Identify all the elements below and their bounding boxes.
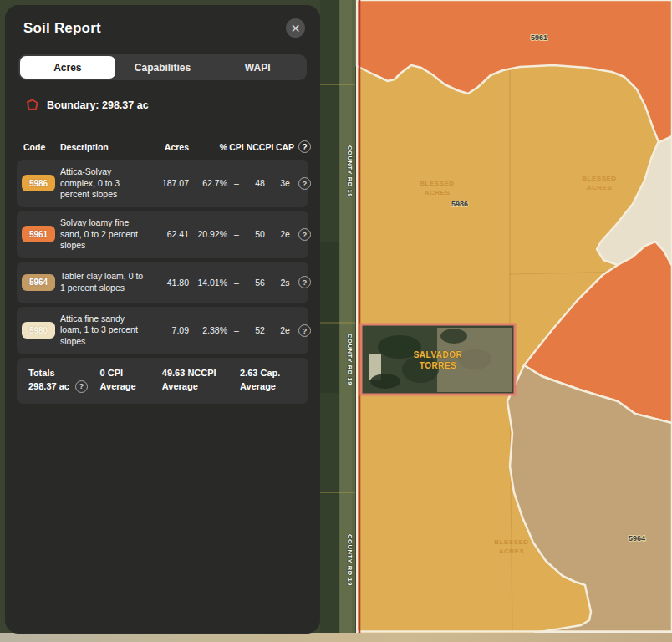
nccpi-value: 50: [246, 229, 274, 239]
table-row: 5986 Attica-Solvay complex, 0 to 3 perce…: [17, 160, 308, 207]
row-help-icon[interactable]: ?: [298, 177, 311, 190]
acres-value: 7.09: [150, 325, 189, 335]
totals-nccpi: 49.63 NCCPI Average: [162, 366, 235, 394]
svg-text:ACRES: ACRES: [425, 189, 451, 196]
map-bottom-road: [0, 633, 672, 642]
panel-header: Soil Report ✕: [15, 17, 310, 38]
percent-value: 62.7%: [189, 178, 227, 188]
soil-description: Attica fine sandy loam, 1 to 3 percent s…: [60, 313, 150, 348]
close-button[interactable]: ✕: [286, 18, 305, 38]
percent-value: 2.38%: [189, 325, 227, 335]
acres-value: 62.41: [150, 229, 189, 239]
boundary-label: Boundary: 298.37 ac: [47, 99, 149, 111]
soil-code-badge: 5986: [22, 175, 55, 191]
cap-value: 2e: [274, 325, 296, 335]
col-header-code: Code: [18, 142, 60, 152]
svg-text:ACRES: ACRES: [587, 184, 613, 191]
soil-code-label-5986: 5986: [451, 200, 468, 208]
col-header-acres: Acres: [150, 142, 189, 152]
cap-value: 3e: [274, 178, 296, 188]
svg-text:COUNTY RD 19: COUNTY RD 19: [346, 534, 354, 586]
cpi-value: –: [227, 278, 246, 288]
soil-code-badge: 5964: [22, 274, 55, 291]
row-help-icon[interactable]: ?: [298, 228, 311, 241]
row-help-icon[interactable]: ?: [298, 324, 311, 337]
tab-capabilities[interactable]: Capabilities: [115, 56, 211, 79]
soil-table-header: Code Description Acres % CPI NCCPI CAP ?: [17, 140, 310, 153]
table-row: 5964 Tabler clay loam, 0 to 1 percent sl…: [17, 262, 308, 303]
nccpi-value: 48: [246, 178, 274, 188]
percent-value: 14.01%: [189, 278, 227, 288]
col-header-description: Description: [60, 142, 150, 152]
cpi-value: –: [227, 325, 246, 335]
table-row: 5980 Attica fine sandy loam, 1 to 3 perc…: [17, 307, 308, 354]
cap-value: 2e: [274, 229, 296, 239]
table-help-icon[interactable]: ?: [298, 140, 311, 153]
totals-acres: Totals 298.37 ac ?: [28, 366, 95, 394]
cpi-value: –: [227, 178, 246, 188]
col-header-cap: CAP: [274, 142, 296, 152]
soil-report-panel: Soil Report ✕ Acres Capabilities WAPI Bo…: [5, 5, 320, 634]
soil-code-label-5964: 5964: [629, 534, 645, 543]
report-tabs: Acres Capabilities WAPI: [18, 54, 307, 80]
svg-text:BLESSED: BLESSED: [420, 180, 454, 187]
svg-text:ACRES: ACRES: [499, 548, 525, 555]
acres-value: 187.07: [150, 178, 189, 188]
totals-help-icon[interactable]: ?: [75, 380, 88, 393]
parcel-owner-label-line1: SALVADOR: [414, 350, 463, 359]
col-header-cpi: CPI: [227, 142, 246, 152]
soil-code-badge: 5961: [22, 226, 55, 242]
totals-cap: 2.63 Cap. Average: [240, 366, 300, 394]
percent-value: 20.92%: [189, 229, 227, 239]
soil-table-body: 5986 Attica-Solvay complex, 0 to 3 perce…: [15, 160, 310, 354]
soil-description: Solvay loamy fine sand, 0 to 2 percent s…: [60, 217, 150, 252]
col-header-nccpi: NCCPI: [246, 142, 274, 152]
map-viewport[interactable]: SALVADOR TORRES BLESSED ACRES BLESSED AC…: [320, 0, 672, 642]
nccpi-value: 56: [246, 278, 274, 288]
svg-text:BLESSED: BLESSED: [582, 175, 616, 182]
svg-text:COUNTY RD 19: COUNTY RD 19: [346, 334, 354, 385]
cpi-value: –: [227, 229, 246, 239]
cap-value: 2s: [274, 278, 296, 288]
excluded-parcel[interactable]: SALVADOR TORRES: [361, 324, 515, 395]
totals-row: Totals 298.37 ac ? 0 CPI Average 49.63 N…: [17, 358, 308, 404]
tab-acres[interactable]: Acres: [20, 56, 115, 79]
parcel-owner-label-line2: TORRES: [420, 361, 457, 370]
boundary-polygon-icon: [25, 98, 39, 112]
nccpi-value: 52: [246, 325, 274, 335]
close-icon: ✕: [291, 23, 301, 34]
road-label-icon: COUNTY RD 19: [346, 145, 354, 197]
tab-wapi[interactable]: WAPI: [210, 56, 305, 79]
totals-cpi: 0 CPI Average: [100, 366, 157, 394]
soil-code-label-5961: 5961: [531, 33, 547, 42]
table-row: 5961 Solvay loamy fine sand, 0 to 2 perc…: [17, 211, 308, 258]
row-help-icon[interactable]: ?: [298, 276, 311, 288]
boundary-summary: Boundary: 298.37 ac: [25, 98, 307, 112]
acres-value: 41.80: [150, 278, 189, 288]
soil-description: Attica-Solvay complex, 0 to 3 percent sl…: [60, 166, 150, 201]
soil-description: Tabler clay loam, 0 to 1 percent slopes: [60, 271, 150, 293]
svg-text:BLESSED: BLESSED: [494, 538, 528, 546]
page-title: Soil Report: [23, 20, 101, 37]
soil-code-badge: 5980: [22, 322, 55, 339]
col-header-percent: %: [189, 142, 227, 152]
